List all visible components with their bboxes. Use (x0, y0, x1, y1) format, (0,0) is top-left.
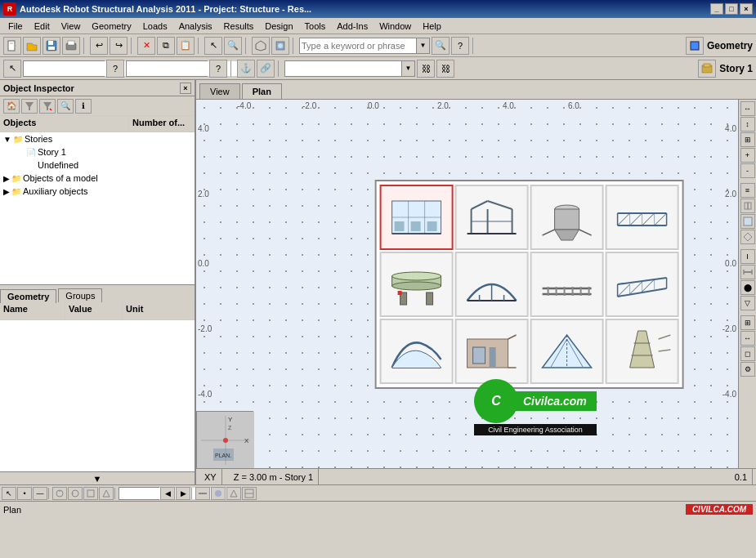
minimize-button[interactable]: _ (710, 3, 723, 15)
panel-close-button[interactable]: × (180, 83, 191, 94)
bt-arr-right[interactable]: ▶ (176, 487, 190, 500)
model-cell-6[interactable] (454, 252, 528, 317)
model-cell-7[interactable] (530, 252, 603, 317)
help-button[interactable]: ? (451, 37, 469, 55)
copy-button[interactable]: ⧉ (157, 37, 175, 55)
zoom-button[interactable]: 🔍 (224, 37, 242, 55)
open-button[interactable] (23, 37, 41, 55)
menu-file[interactable]: File (3, 20, 28, 33)
tree-objects-model[interactable]: ▶ 📁 Objects of a model (0, 172, 195, 185)
rt-zoom-out[interactable]: - (740, 163, 755, 178)
tb2-select[interactable]: ↖ (3, 60, 21, 78)
redo-button[interactable]: ↪ (110, 37, 127, 55)
delete-button[interactable]: ✕ (137, 37, 155, 55)
bt-extra3[interactable] (226, 487, 241, 500)
tb2-chain2[interactable]: ⛓ (436, 60, 454, 78)
model-cell-2[interactable] (454, 185, 528, 250)
undo-button[interactable]: ↩ (90, 37, 108, 55)
menu-window[interactable]: Window (374, 20, 416, 33)
render-button[interactable] (271, 37, 289, 55)
print-button[interactable] (62, 37, 80, 55)
model-cell-4[interactable] (605, 185, 678, 250)
rt-object[interactable]: ◻ (740, 346, 755, 361)
menu-analysis[interactable]: Analysis (174, 20, 217, 33)
select-button[interactable]: ↖ (204, 37, 222, 55)
bt-snap4[interactable] (99, 487, 114, 500)
new-button[interactable] (3, 37, 21, 55)
paste-button[interactable]: 📋 (177, 37, 195, 55)
tb2-btn1[interactable]: ? (106, 60, 124, 78)
tree-undefined[interactable]: Undefined (0, 158, 195, 172)
rt-zoom-ext[interactable]: ⊞ (740, 132, 755, 147)
story-combo[interactable]: ▼ (284, 60, 415, 77)
tree-story1[interactable]: 📄 Story 1 (0, 145, 195, 158)
tab-groups[interactable]: Groups (58, 288, 102, 302)
rt-settings[interactable]: ⚙ (740, 362, 755, 377)
bt-select[interactable]: ↖ (2, 487, 16, 500)
rt-beam[interactable] (740, 265, 755, 279)
model-cell-1[interactable] (379, 185, 453, 250)
bt-snap3[interactable] (83, 487, 98, 500)
model-cell-5[interactable] (379, 252, 453, 317)
rt-i-beam[interactable]: I (740, 249, 755, 264)
rt-view1[interactable] (740, 214, 755, 229)
model-cell-12[interactable] (605, 319, 678, 384)
tree-stories[interactable]: ▼ 📁 Stories (0, 132, 195, 145)
model-cell-10[interactable] (454, 319, 528, 384)
rt-dimension[interactable]: ↔ (740, 331, 755, 346)
filter-combo-2[interactable]: ▼ (126, 60, 208, 77)
model-cell-3[interactable] (530, 185, 603, 250)
bt-arr-left[interactable]: ◀ (160, 487, 175, 500)
menu-help[interactable]: Help (418, 20, 446, 33)
search-button[interactable]: 🔍 (432, 37, 450, 55)
close-button[interactable]: × (740, 3, 753, 15)
save-button[interactable] (42, 37, 60, 55)
menu-design[interactable]: Design (260, 20, 297, 33)
menu-results[interactable]: Results (219, 20, 259, 33)
search-dropdown-arrow[interactable]: ▼ (416, 38, 429, 53)
tree-auxiliary[interactable]: ▶ 📁 Auxiliary objects (0, 185, 195, 198)
panel-tb-info[interactable]: ℹ (75, 99, 92, 114)
panel-tb-filter2[interactable] (39, 99, 56, 114)
search-box[interactable]: ▼ (299, 38, 430, 54)
tab-plan[interactable]: Plan (242, 83, 282, 99)
rt-section[interactable] (740, 199, 755, 213)
bt-snap2[interactable] (68, 487, 83, 500)
bt-extra1[interactable] (195, 487, 210, 500)
rt-view2[interactable] (740, 230, 755, 244)
tb2-link[interactable]: 🔗 (257, 60, 275, 78)
panel-scroll-down[interactable]: ▼ (0, 471, 195, 484)
maximize-button[interactable]: □ (725, 3, 738, 15)
search-input[interactable] (300, 38, 416, 53)
model-cell-8[interactable] (605, 252, 678, 317)
tb2-btn2[interactable]: ? (209, 60, 227, 78)
menu-view[interactable]: View (56, 20, 86, 33)
bt-snap1[interactable] (52, 487, 67, 500)
panel-tb-filter[interactable] (21, 99, 38, 114)
rt-node[interactable]: ⬤ (740, 280, 755, 295)
model-cell-9[interactable] (379, 319, 453, 384)
bt-bars[interactable]: — (33, 487, 47, 500)
tb2-anchor[interactable]: ⚓ (237, 60, 255, 78)
window-controls[interactable]: _ □ × (710, 3, 753, 15)
rt-rotate-h[interactable]: ↔ (740, 101, 755, 116)
menu-geometry[interactable]: Geometry (87, 20, 136, 33)
rt-layers[interactable]: ≡ (740, 183, 755, 198)
rt-supports[interactable]: ▽ (740, 296, 755, 310)
tb2-chain1[interactable]: ⛓ (417, 60, 435, 78)
menu-addins[interactable]: Add-Ins (332, 20, 373, 33)
story-input[interactable] (285, 61, 401, 76)
bt-extra2[interactable] (211, 487, 226, 500)
menu-loads[interactable]: Loads (138, 20, 172, 33)
menu-edit[interactable]: Edit (29, 20, 55, 33)
view3d-button[interactable] (252, 37, 270, 55)
tab-view[interactable]: View (199, 83, 240, 99)
model-cell-11[interactable] (530, 319, 603, 384)
rt-grid[interactable]: ⊞ (740, 315, 755, 330)
panel-tb-home[interactable]: 🏠 (3, 99, 20, 114)
canvas-main[interactable]: -4.0 -2.0 0.0 2.0 4.0 6.0 4.0 2.0 0.0 -2… (196, 100, 738, 468)
story-arrow[interactable]: ▼ (401, 61, 414, 76)
bt-number-combo[interactable]: ▼ (119, 487, 159, 500)
rt-zoom-in[interactable]: + (740, 148, 755, 163)
tab-geometry[interactable]: Geometry (0, 289, 56, 303)
